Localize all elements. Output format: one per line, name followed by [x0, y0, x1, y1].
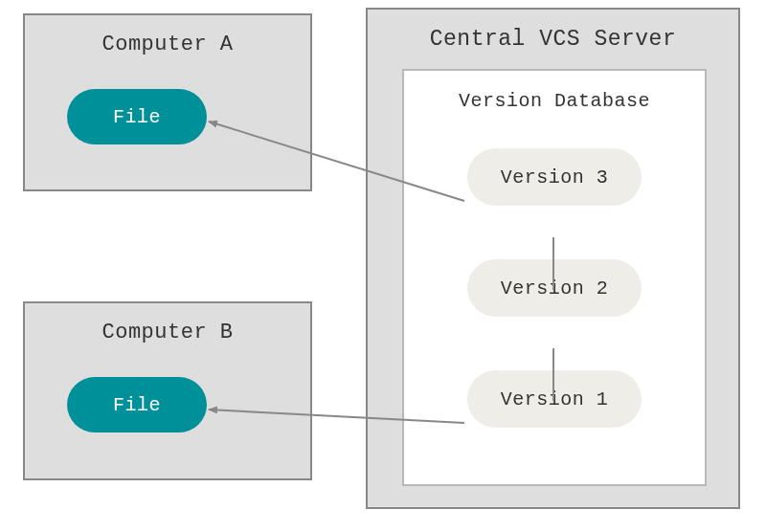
version-3-pill: Version 3: [467, 148, 642, 206]
server-title: Central VCS Server: [368, 27, 738, 52]
version-database-box: Version Database Version 3 Version 2 Ver…: [402, 69, 707, 486]
computer-a-title: Computer A: [25, 33, 310, 56]
version-3-label: Version 3: [501, 166, 609, 188]
computer-b-file-label: File: [113, 394, 161, 416]
version-2-pill: Version 2: [467, 259, 642, 317]
computer-a-box: Computer A File: [23, 13, 312, 191]
computer-b-box: Computer B File: [23, 301, 312, 480]
computer-a-file-label: File: [113, 106, 161, 128]
version-2-label: Version 2: [501, 277, 609, 299]
computer-b-title: Computer B: [25, 321, 310, 344]
version-database-title: Version Database: [404, 90, 705, 112]
computer-b-file-pill: File: [67, 377, 207, 432]
computer-a-file-pill: File: [67, 89, 207, 144]
version-1-label: Version 1: [501, 388, 609, 410]
version-1-pill: Version 1: [467, 370, 642, 428]
server-box: Central VCS Server Version Database Vers…: [366, 8, 740, 509]
